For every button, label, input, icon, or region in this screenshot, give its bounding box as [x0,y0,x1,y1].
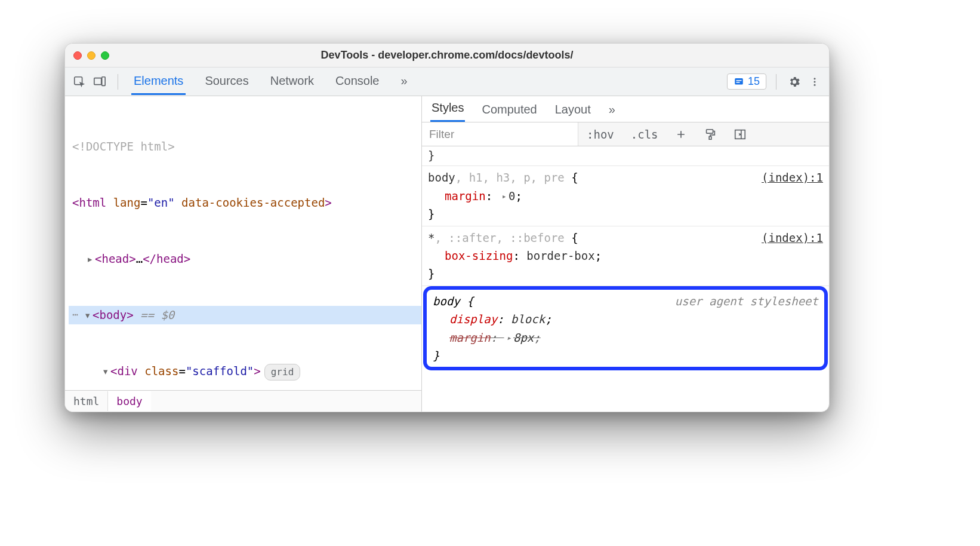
tab-sources[interactable]: Sources [202,68,251,95]
crumb-body[interactable]: body [108,391,150,411]
close-icon[interactable] [73,51,82,60]
svg-point-7 [814,81,816,82]
svg-point-6 [814,78,816,79]
main-tabbar: Elements Sources Network Console » 15 [65,68,829,96]
tabs-overflow[interactable]: » [399,68,410,95]
svg-rect-3 [735,78,743,85]
style-rule[interactable]: body, h1, h3, p, pre { (index):1 margin:… [422,166,829,226]
new-rule-icon[interactable] [667,128,695,140]
window-title: DevTools - developer.chrome.com/docs/dev… [109,49,821,62]
content: <!DOCTYPE html> <html lang="en" data-coo… [65,96,829,412]
subtab-layout[interactable]: Layout [554,98,592,122]
style-rule[interactable]: *, ::after, ::before { (index):1 box-siz… [422,226,829,286]
maximize-icon[interactable] [101,51,109,60]
paint-icon[interactable] [695,128,725,141]
svg-rect-2 [102,76,106,85]
svg-rect-4 [736,80,741,81]
inspect-icon[interactable] [71,73,88,90]
subtab-styles[interactable]: Styles [430,96,465,122]
devtools-window: DevTools - developer.chrome.com/docs/dev… [64,43,830,412]
styles-list: } body, h1, h3, p, pre { (index):1 margi… [422,146,829,412]
svg-rect-9 [706,129,713,133]
breadcrumbs: html body [65,390,421,412]
cls-toggle[interactable]: .cls [622,128,667,141]
device-toggle-icon[interactable] [91,73,108,90]
tab-network[interactable]: Network [268,68,316,95]
doctype: <!DOCTYPE html> [72,140,175,153]
minimize-icon[interactable] [87,51,95,60]
separator [776,74,776,90]
gear-icon[interactable] [786,73,803,90]
computed-panel-icon[interactable] [725,128,755,141]
styles-subtabs: Styles Computed Layout » [422,96,829,122]
grid-badge[interactable]: grid [264,364,301,381]
issues-button[interactable]: 15 [727,73,766,90]
svg-rect-10 [709,136,711,139]
main-tabs: Elements Sources Network Console » [131,68,410,95]
titlebar: DevTools - developer.chrome.com/docs/dev… [65,44,829,68]
rule-source: user agent stylesheet [675,292,818,310]
rule-source[interactable]: (index):1 [762,168,823,186]
tab-console[interactable]: Console [333,68,381,95]
filter-input[interactable] [422,122,578,146]
elements-pane: <!DOCTYPE html> <html lang="en" data-coo… [65,96,422,412]
issues-count: 15 [748,75,760,88]
selected-node[interactable]: ⋯▾<body> == $0 [69,306,421,324]
rule-source[interactable]: (index):1 [762,229,823,247]
dom-tree[interactable]: <!DOCTYPE html> <html lang="en" data-coo… [65,96,421,390]
filter-bar: :hov .cls [422,122,829,146]
styles-pane: Styles Computed Layout » :hov .cls [422,96,829,412]
separator [118,74,118,90]
hov-toggle[interactable]: :hov [578,128,622,141]
user-agent-rule[interactable]: body { user agent stylesheet display: bl… [423,286,828,371]
subtabs-overflow[interactable]: » [608,98,617,122]
kebab-icon[interactable] [806,73,823,90]
svg-point-8 [814,84,816,85]
crumb-html[interactable]: html [65,391,108,411]
subtab-computed[interactable]: Computed [480,98,538,122]
svg-rect-5 [736,82,739,83]
tab-elements[interactable]: Elements [131,68,186,95]
window-controls [73,51,109,60]
svg-rect-1 [94,78,101,84]
